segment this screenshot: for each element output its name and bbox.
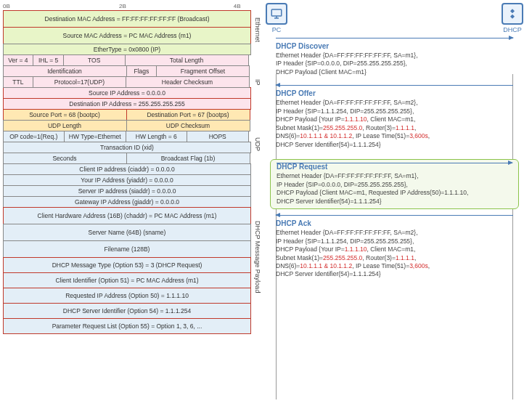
udp-length: UDP Length (3, 120, 127, 131)
dhcp-opt50: Requested IP Address (Option 50) = 1.1.1… (3, 288, 251, 304)
arrow-left-icon (276, 215, 513, 216)
byte-ruler: 0B 2B 4B (3, 3, 251, 9)
layer-label-ethernet: Ethernet (254, 17, 261, 42)
node-pc: PC (266, 3, 287, 33)
ip-total-length: Total Length (125, 54, 249, 66)
svg-marker-4 (510, 15, 515, 19)
udp-dst-port: Destination Port = 67 (bootps) (126, 109, 250, 121)
svg-rect-0 (271, 9, 282, 16)
dhcp-hwlen: HW Length = 6 (126, 131, 188, 142)
dhcp-op: OP code=1(Req.) (3, 131, 65, 142)
dhcp-hwtype: HW Type=Ethernet (64, 131, 126, 142)
ip-ihl: IHL = 5 (33, 54, 64, 66)
msg-offer: DHCP Offer Ethernet Header {DA=FF:FF:FF:… (270, 86, 519, 152)
dhcp-chaddr: Client Hardware Address (16B) (chaddr) =… (3, 207, 251, 224)
ip-identification: Identification (3, 65, 127, 77)
dhcp-icon (506, 7, 519, 20)
msg-request: DHCP Request Ethernet Header {DA=FF:FF:F… (270, 159, 519, 209)
dhcp-ciaddr: Client IP address (ciaddr) = 0.0.0.0 (3, 163, 251, 175)
dhcp-sname: Server Name (64B) (sname) (3, 224, 251, 241)
ip-tos: TOS (63, 54, 126, 66)
udp-checksum: UDP Checksum (126, 120, 250, 131)
svg-marker-3 (510, 9, 515, 13)
dhcp-seconds: Seconds (3, 153, 127, 164)
ip-checksum: Header Checksum (126, 76, 250, 88)
ip-frag-offset: Fragment Offset (156, 65, 249, 77)
arrow-right-icon (276, 38, 513, 38)
node-dhcp: DHCP (502, 3, 523, 33)
ip-flags: Flags (126, 65, 157, 77)
msg-discover: DHCP Discover Ethernet Header {DA=FF:FF:… (270, 39, 519, 79)
pc-icon (270, 7, 283, 20)
dhcp-hops: HOPS (187, 131, 249, 142)
dhcp-giaddr: Gateway IP Address (giaddr) = 0.0.0.0 (3, 196, 251, 208)
eth-src-mac: Source MAC Address = PC MAC Address (m1) (3, 27, 251, 44)
dhcp-opt55: Parameter Request List (Option 55) = Opt… (3, 318, 251, 334)
msg-ack: DHCP Ack Ethernet Header {DA=FF:FF:FF:FF… (270, 216, 519, 282)
arrow-left-icon (276, 85, 513, 86)
packet-structure: 0B 2B 4B Ethernet IP UDP DHCP Message Pa… (3, 3, 251, 402)
dhcp-opt53: DHCP Message Type (Option 53) = 3 (DHCP … (3, 257, 251, 273)
dhcp-yiaddr: Your IP Address (yiaddr) = 0.0.0.0 (3, 174, 251, 186)
ip-protocol: Protocol=17(UDP) (33, 76, 126, 88)
dhcp-siaddr: Server IP address (siaddr) = 0.0.0.0 (3, 185, 251, 197)
arrow-right-icon (277, 163, 512, 163)
dhcp-file: Filename (128B) (3, 240, 251, 258)
dhcp-opt51: Client Identifier (Option 51) = PC MAC A… (3, 272, 251, 288)
ip-src-addr: Source IP Address = 0.0.0.0 (3, 87, 251, 99)
eth-dst-mac: Destination MAC Address = FF:FF:FF:FF:FF… (3, 10, 251, 28)
dhcp-broadcast-flag: Broadcast Flag (1b) (126, 153, 250, 164)
ip-version: Ver = 4 (3, 54, 34, 66)
dhcp-opt54: DHCP Server Identifier (Option 54) = 1.1… (3, 303, 251, 319)
ip-ttl: TTL (3, 76, 34, 88)
udp-src-port: Source Port = 68 (bootpc) (3, 109, 127, 121)
sequence-diagram: PC DHCP DHCP Discover Ethernet Header {D… (260, 3, 529, 402)
